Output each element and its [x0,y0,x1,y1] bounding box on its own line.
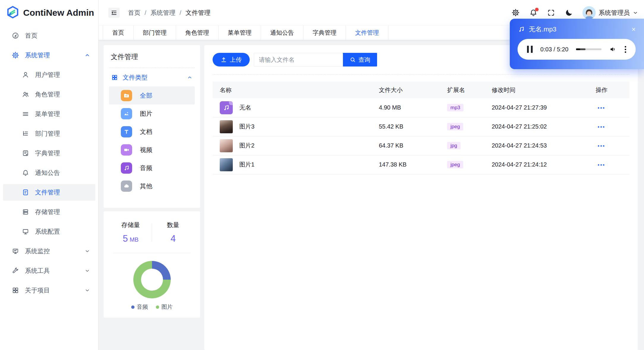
file-type-audio[interactable]: 音频 [109,159,195,177]
query-button[interactable]: 查询 [343,53,377,66]
moon-icon [565,9,573,17]
fullscreen-button[interactable] [547,9,555,17]
panel-title: 文件管理 [109,52,195,61]
breadcrumb-item-home[interactable]: 首页 [128,9,140,17]
image-icon [121,108,132,119]
row-actions-button[interactable]: ••• [598,162,605,167]
file-type-image[interactable]: 图片 [109,104,195,123]
stat-storage: 存储量 5MB [110,221,152,244]
file-type-label: 文档 [140,128,152,136]
file-time: 2024-04-27 21:24:53 [492,142,581,149]
file-type-video[interactable]: 视频 [109,141,195,159]
file-type-group-header[interactable]: 文件类型 [109,73,195,82]
sidebar-item-department-management[interactable]: 部门管理 [3,125,95,142]
dark-mode-button[interactable] [565,9,573,17]
sidebar-item-menu-management[interactable]: 菜单管理 [3,106,95,122]
users-icon [22,91,29,98]
chevron-down-icon [85,248,90,254]
sidebar-item-about-project[interactable]: 关于项目 [3,282,95,299]
tab-menu[interactable]: 菜单管理 [219,26,261,40]
user-menu[interactable]: 系统管理员 [583,6,638,19]
table-row: 无名 4.90 MB mp3 2024-04-27 21:27:39 ••• [213,98,629,117]
app-title: ContiNew Admin [23,8,94,18]
sidebar-item-role-management[interactable]: 角色管理 [3,86,95,103]
sidebar-item-system-monitor[interactable]: 系统监控 [3,243,95,259]
left-column: 文件管理 文件类型 [104,45,200,350]
sidebar-item-label: 部门管理 [35,129,90,138]
image-thumbnail[interactable] [220,139,233,152]
legend-item-audio: 音频 [131,303,148,311]
file-type-all[interactable]: 全部 [109,86,195,104]
file-type-other[interactable]: 其他 [109,177,195,195]
sidebar-item-system-config[interactable]: 系统配置 [3,223,95,240]
document-icon [121,126,132,137]
tab-role[interactable]: 角色管理 [176,26,219,40]
grid-icon [12,287,19,294]
notifications-button[interactable] [529,9,537,17]
legend-dot [131,305,135,309]
gear-icon [12,52,19,59]
progress-bar[interactable] [576,48,602,50]
sidebar-item-home[interactable]: 首页 [3,27,95,44]
storage-icon [22,208,29,216]
settings-button[interactable] [511,9,520,17]
file-name[interactable]: 图片1 [239,161,254,169]
file-type-label: 图片 [140,110,152,118]
tab-label: 字典管理 [313,29,336,37]
file-size: 55.42 KB [379,123,447,130]
file-type-document[interactable]: 文档 [109,123,195,141]
tab-notice[interactable]: 通知公告 [261,26,303,40]
cloud-icon [121,180,132,192]
file-time: 2024-04-27 21:25:02 [492,123,581,130]
sidebar-item-system-management[interactable]: 系统管理 [3,47,95,64]
tab-file-management[interactable]: 文件管理 [346,26,388,40]
file-name[interactable]: 无名 [239,104,251,112]
file-size: 64.37 KB [379,142,447,149]
legend-item-image: 图片 [156,303,173,311]
stats-row: 存储量 5MB 数量 4 [110,221,194,244]
sidebar-item-file-management[interactable]: 文件管理 [3,184,95,201]
fullscreen-icon [547,9,555,17]
row-actions-button[interactable]: ••• [598,105,605,110]
dashboard-icon [12,32,19,39]
breadcrumb-item-system[interactable]: 系统管理 [151,9,175,17]
logo[interactable]: ContiNew Admin [0,0,98,26]
file-type-label: 全部 [140,91,152,100]
tab-dict[interactable]: 字典管理 [303,26,346,40]
time-display: 0:03 / 5:20 [540,46,569,53]
sidebar-item-storage-management[interactable]: 存储管理 [3,204,95,220]
ext-tag: jpeg [447,161,463,168]
chart-legend: 音频 图片 [131,303,173,311]
tab-home[interactable]: 首页 [103,26,134,40]
indent-left-icon [111,9,117,16]
collapse-sidebar-button[interactable] [108,8,120,18]
pause-button[interactable] [527,46,533,53]
sidebar-item-label: 文件管理 [35,188,90,197]
sidebar-item-notice[interactable]: 通知公告 [3,164,95,181]
upload-button[interactable]: 上传 [213,53,250,66]
player-more-button[interactable] [625,46,626,53]
search-input[interactable] [254,53,343,66]
image-thumbnail[interactable] [220,158,233,171]
image-thumbnail[interactable] [220,120,233,133]
audio-file-icon [220,101,233,114]
row-actions-button[interactable]: ••• [598,124,605,129]
tab-department[interactable]: 部门管理 [134,26,176,40]
sidebar-item-system-tools[interactable]: 系统工具 [3,262,95,279]
dictionary-icon [22,150,29,157]
sidebar-item-dict-management[interactable]: 字典管理 [3,145,95,161]
volume-button[interactable] [609,45,617,53]
sidebar-menu: 首页 系统管理 用户管理 [0,26,98,300]
upload-icon [221,57,227,63]
close-button[interactable]: × [632,26,636,33]
column-header-time: 修改时间 [492,86,581,94]
file-size: 147.38 KB [379,161,447,168]
tab-label: 文件管理 [355,29,379,37]
sidebar-item-user-management[interactable]: 用户管理 [3,66,95,83]
divider [109,68,195,68]
progress-knob[interactable] [576,48,580,50]
file-name[interactable]: 图片2 [239,142,254,150]
file-time: 2024-04-27 21:27:39 [492,104,581,111]
file-name[interactable]: 图片3 [239,123,254,131]
row-actions-button[interactable]: ••• [598,143,605,148]
